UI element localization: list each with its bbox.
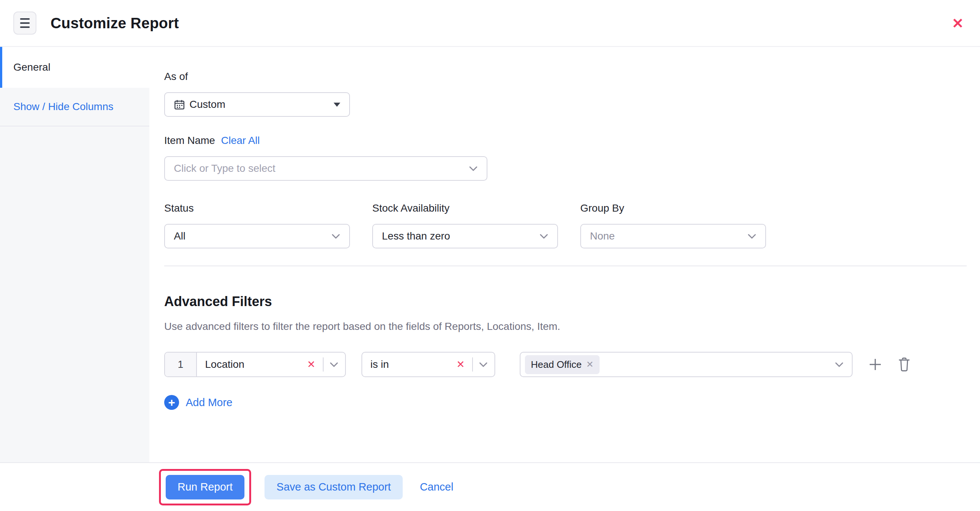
clear-operator-icon[interactable]: ✕ xyxy=(454,359,467,370)
item-name-label: Item Name xyxy=(164,135,215,147)
filter-row-index: 1 xyxy=(165,353,197,376)
clear-all-link[interactable]: Clear All xyxy=(221,135,260,147)
advanced-filters-description: Use advanced filters to filter the repor… xyxy=(164,321,967,332)
as-of-select[interactable]: Custom xyxy=(164,92,350,117)
chevron-down-icon xyxy=(479,362,488,367)
filter-field-select[interactable]: 1 Location ✕ xyxy=(164,352,346,377)
group-by-value: None xyxy=(590,230,748,242)
filter-operator-value: is in xyxy=(371,359,454,370)
as-of-value: Custom xyxy=(189,99,334,110)
status-value: All xyxy=(174,230,331,242)
remove-tag-icon[interactable]: ✕ xyxy=(586,359,593,370)
sidebar-item-label: General xyxy=(13,61,51,73)
page-title: Customize Report xyxy=(51,15,179,32)
item-name-placeholder: Click or Type to select xyxy=(174,163,469,174)
filters-row: Status All Stock Availability Less than … xyxy=(164,202,967,248)
chevron-down-icon xyxy=(835,362,844,367)
group-by-label: Group By xyxy=(580,202,766,214)
add-more-label: Add More xyxy=(186,396,232,409)
chevron-down-icon xyxy=(331,233,340,239)
group-by-select[interactable]: None xyxy=(580,224,766,248)
caret-down-icon xyxy=(334,103,340,107)
advanced-filter-row: 1 Location ✕ is in ✕ xyxy=(164,352,967,377)
modal-body: General Show / Hide Columns As of xyxy=(0,47,980,462)
hamburger-menu-button[interactable] xyxy=(13,11,37,35)
sidebar: General Show / Hide Columns xyxy=(0,47,150,462)
hamburger-icon xyxy=(20,18,30,20)
save-as-custom-report-button[interactable]: Save as Custom Report xyxy=(264,475,403,500)
circle-plus-icon: + xyxy=(164,395,179,410)
filter-operator-select[interactable]: is in ✕ xyxy=(361,352,495,377)
status-select[interactable]: All xyxy=(164,224,350,248)
filter-field-value: Location xyxy=(205,359,305,370)
run-report-button[interactable]: Run Report xyxy=(166,475,245,500)
separator xyxy=(472,358,473,372)
modal-footer: Run Report Save as Custom Report Cancel xyxy=(0,462,980,511)
modal-header: Customize Report ✕ xyxy=(0,0,980,47)
stock-availability-select[interactable]: Less than zero xyxy=(372,224,558,248)
chevron-down-icon xyxy=(469,166,478,171)
chevron-down-icon xyxy=(329,362,339,367)
chevron-down-icon xyxy=(539,233,548,239)
add-more-button[interactable]: + Add More xyxy=(164,395,232,410)
sidebar-item-show-hide-columns[interactable]: Show / Hide Columns xyxy=(0,88,150,126)
add-filter-row-icon[interactable] xyxy=(868,358,882,372)
status-label: Status xyxy=(164,202,350,214)
as-of-label: As of xyxy=(164,71,967,83)
item-name-select[interactable]: Click or Type to select xyxy=(164,156,487,181)
calendar-icon xyxy=(174,99,185,110)
close-icon[interactable]: ✕ xyxy=(952,16,964,30)
delete-filter-row-icon[interactable] xyxy=(898,357,910,372)
clear-field-icon[interactable]: ✕ xyxy=(305,359,318,370)
highlight-annotation: Run Report xyxy=(159,469,251,505)
main-content: As of Custom xyxy=(150,47,980,462)
advanced-filters-title: Advanced Filters xyxy=(164,294,967,310)
stock-availability-label: Stock Availability xyxy=(372,202,558,214)
separator xyxy=(323,358,324,372)
customize-report-modal: Customize Report ✕ General Show / Hide C… xyxy=(0,0,980,511)
chevron-down-icon xyxy=(748,233,756,239)
value-tag: Head Office ✕ xyxy=(525,355,600,374)
sidebar-item-general[interactable]: General xyxy=(0,47,150,88)
sidebar-item-label: Show / Hide Columns xyxy=(13,101,113,113)
stock-availability-value: Less than zero xyxy=(382,230,539,242)
cancel-button[interactable]: Cancel xyxy=(420,481,453,493)
section-divider xyxy=(164,265,967,266)
filter-values-multiselect[interactable]: Head Office ✕ xyxy=(520,352,853,377)
value-tag-label: Head Office xyxy=(531,359,582,370)
